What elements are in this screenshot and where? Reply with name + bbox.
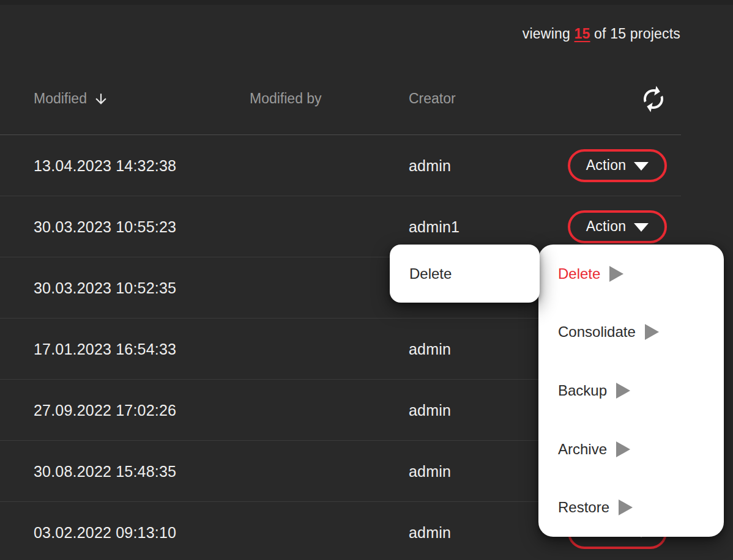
menu-item-label: Archive xyxy=(558,441,607,458)
column-header-modified-by[interactable]: Modified by xyxy=(250,90,322,107)
modified-cell: 13.04.2023 14:32:38 xyxy=(34,157,176,174)
submenu-arrow-icon xyxy=(616,441,630,457)
action-button-label: Action xyxy=(586,218,627,235)
submenu-arrow-icon xyxy=(609,266,623,282)
menu-item-label: Delete xyxy=(558,265,600,282)
menu-item-label: Consolidate xyxy=(558,323,636,341)
creator-cell: admin xyxy=(409,523,451,541)
menu-item-archive[interactable]: Archive xyxy=(538,420,724,479)
modified-cell: 03.02.2022 09:13:10 xyxy=(34,523,176,541)
menu-item-consolidate[interactable]: Consolidate xyxy=(538,303,724,362)
creator-cell: admin xyxy=(409,401,451,419)
column-header-modified[interactable]: Modified xyxy=(34,90,109,107)
table-header: Modified Modified by Creator xyxy=(0,0,681,135)
refresh-button[interactable] xyxy=(639,84,668,114)
menu-item-delete[interactable]: Delete xyxy=(538,245,724,303)
creator-cell: admin xyxy=(409,157,451,174)
action-button[interactable]: Action xyxy=(568,210,667,243)
dropdown-caret-icon xyxy=(634,162,649,171)
column-header-creator[interactable]: Creator xyxy=(409,90,456,107)
menu-item-label: Backup xyxy=(558,382,607,399)
table-row: 13.04.2023 14:32:38 admin Action xyxy=(0,135,681,196)
submenu-arrow-icon xyxy=(616,383,630,399)
menu-item-delete[interactable]: Delete xyxy=(390,265,540,282)
menu-item-backup[interactable]: Backup xyxy=(538,361,724,420)
modified-cell: 17.01.2023 16:54:33 xyxy=(34,340,176,358)
menu-item-restore[interactable]: Restore xyxy=(538,478,724,537)
action-button-label: Action xyxy=(586,157,627,174)
creator-cell: admin xyxy=(409,462,451,480)
column-header-modified-label: Modified xyxy=(34,90,87,107)
dropdown-caret-icon xyxy=(634,223,649,232)
creator-cell: admin xyxy=(409,340,451,358)
modified-cell: 27.09.2022 17:02:26 xyxy=(34,401,176,419)
modified-cell: 30.08.2022 15:48:35 xyxy=(34,462,176,480)
menu-item-label: Restore xyxy=(558,499,609,516)
refresh-icon xyxy=(636,82,671,117)
submenu-arrow-icon xyxy=(619,499,633,515)
sort-descending-icon xyxy=(93,91,109,107)
submenu-arrow-icon xyxy=(645,324,659,340)
modified-cell: 30.03.2023 10:52:35 xyxy=(34,279,176,297)
creator-cell: admin1 xyxy=(409,218,460,235)
action-dropdown-menu: Delete Consolidate Backup Archive Restor… xyxy=(538,245,724,537)
modified-cell: 30.03.2023 10:55:23 xyxy=(34,218,176,235)
action-button[interactable]: Action xyxy=(568,149,667,182)
context-submenu: Delete xyxy=(390,245,540,303)
